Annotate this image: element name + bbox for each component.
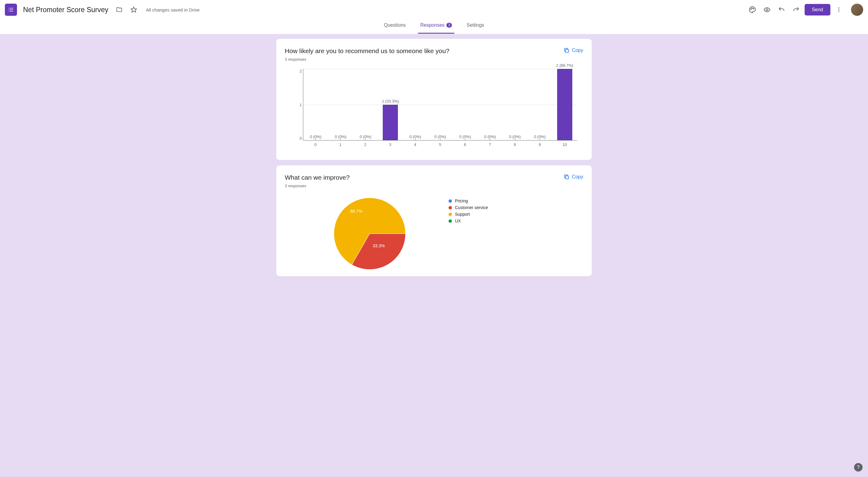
tab-questions[interactable]: Questions <box>381 22 408 34</box>
x-label: 0 <box>303 141 328 148</box>
legend-dot <box>448 213 452 216</box>
bar-value-label: 0 (0%) <box>509 135 521 139</box>
tab-responses-label: Responses <box>420 23 445 28</box>
legend-item: Customer service <box>448 205 488 210</box>
pie-chart: 66.7% 33.3% <box>333 197 406 270</box>
copy-label: Copy <box>572 48 583 53</box>
copy-label: Copy <box>572 174 583 180</box>
x-label: 2 <box>353 141 378 148</box>
svg-point-6 <box>838 9 839 10</box>
account-avatar[interactable] <box>851 4 863 16</box>
bar-value-label: 0 (0%) <box>534 135 546 139</box>
legend-label: Support <box>455 212 470 217</box>
bar-value-label: 0 (0%) <box>484 135 496 139</box>
legend-dot <box>448 199 452 203</box>
response-card-nps: How likely are you to recommend us to so… <box>276 39 592 160</box>
redo-icon[interactable] <box>790 4 802 16</box>
bar-value-label: 0 (0%) <box>310 135 321 139</box>
star-icon[interactable] <box>128 4 140 16</box>
svg-point-2 <box>751 8 752 8</box>
y-tick: 0 <box>300 136 302 141</box>
response-card-improve: What can we improve? 3 responses Copy 66… <box>276 166 592 276</box>
bar-value-label: 0 (0%) <box>434 135 446 139</box>
bar-value-label: 1 (33.3%) <box>382 99 399 103</box>
bar-value-label: 0 (0%) <box>409 135 421 139</box>
legend-label: Customer service <box>455 205 488 210</box>
x-label: 10 <box>552 141 577 148</box>
x-label: 3 <box>378 141 403 148</box>
legend-item: UX <box>448 218 488 223</box>
bar-col: 0 (0%) <box>403 69 428 140</box>
bar-col: 0 (0%) <box>328 69 353 140</box>
x-label: 6 <box>453 141 477 148</box>
bar <box>383 105 398 141</box>
question-title: What can we improve? <box>285 174 350 181</box>
svg-point-1 <box>750 9 751 9</box>
legend-label: Pricing <box>455 199 468 203</box>
responses-count: 3 responses <box>285 184 350 188</box>
bar-value-label: 2 (66.7%) <box>556 63 573 68</box>
copy-icon <box>563 174 569 180</box>
legend-dot <box>448 206 452 209</box>
x-label: 4 <box>403 141 428 148</box>
x-label: 9 <box>527 141 552 148</box>
bar-col: 2 (66.7%) <box>552 69 577 140</box>
y-tick: 1 <box>300 102 302 107</box>
bar <box>557 69 572 140</box>
copy-icon <box>563 47 569 53</box>
svg-point-5 <box>838 8 839 8</box>
bar-col: 1 (33.3%) <box>378 69 403 140</box>
undo-icon[interactable] <box>775 4 787 16</box>
x-axis: 012345678910 <box>303 141 577 148</box>
y-axis: 2 1 0 <box>296 69 302 141</box>
legend-item: Support <box>448 212 488 217</box>
y-tick: 2 <box>300 69 302 73</box>
bar-value-label: 0 (0%) <box>459 135 471 139</box>
tab-settings[interactable]: Settings <box>464 22 487 34</box>
bar-value-label: 0 (0%) <box>335 135 346 139</box>
bar-col: 0 (0%) <box>478 69 502 140</box>
svg-rect-9 <box>565 176 568 179</box>
responses-count: 3 responses <box>285 57 450 62</box>
bar-col: 0 (0%) <box>303 69 328 140</box>
tab-responses[interactable]: Responses 3 <box>418 22 455 34</box>
svg-point-4 <box>766 9 768 11</box>
tabs: Questions Responses 3 Settings <box>0 20 868 34</box>
x-label: 5 <box>428 141 453 148</box>
help-button[interactable]: ? <box>854 463 863 472</box>
preview-icon[interactable] <box>761 4 773 16</box>
svg-marker-0 <box>131 7 136 12</box>
send-button[interactable]: Send <box>805 4 830 16</box>
plot-area: 0 (0%)0 (0%)0 (0%)1 (33.3%)0 (0%)0 (0%)0… <box>303 69 577 141</box>
app-header: Net Promoter Score Survey All changes sa… <box>0 0 868 20</box>
content-area: How likely are you to recommend us to so… <box>0 34 868 477</box>
responses-count-badge: 3 <box>446 23 452 28</box>
bar-value-label: 0 (0%) <box>360 135 371 139</box>
save-status: All changes saved in Drive <box>146 7 199 12</box>
bar-col: 0 (0%) <box>527 69 552 140</box>
copy-chart-button[interactable]: Copy <box>563 47 583 53</box>
x-label: 7 <box>477 141 502 148</box>
forms-logo[interactable] <box>5 4 17 16</box>
legend-dot <box>448 219 452 223</box>
question-title: How likely are you to recommend us to so… <box>285 47 450 55</box>
bar-col: 0 (0%) <box>428 69 453 140</box>
x-label: 8 <box>502 141 527 148</box>
bar-col: 0 (0%) <box>353 69 378 140</box>
document-title[interactable]: Net Promoter Score Survey <box>23 6 108 14</box>
svg-point-7 <box>838 11 839 12</box>
pie-legend: Pricing Customer service Support UX <box>448 197 488 223</box>
copy-chart-button[interactable]: Copy <box>563 174 583 180</box>
more-menu-icon[interactable] <box>833 4 845 16</box>
bar-col: 0 (0%) <box>502 69 527 140</box>
legend-item: Pricing <box>448 199 488 203</box>
customize-theme-icon[interactable] <box>746 4 758 16</box>
x-label: 1 <box>328 141 353 148</box>
svg-rect-8 <box>565 50 568 53</box>
bar-chart: 2 1 0 0 (0%)0 (0%)0 (0%)1 (33.3%)0 (0%)0… <box>285 69 583 148</box>
bar-col: 0 (0%) <box>453 69 478 140</box>
move-to-folder-icon[interactable] <box>113 4 125 16</box>
svg-point-3 <box>753 8 754 9</box>
legend-label: UX <box>455 218 461 223</box>
